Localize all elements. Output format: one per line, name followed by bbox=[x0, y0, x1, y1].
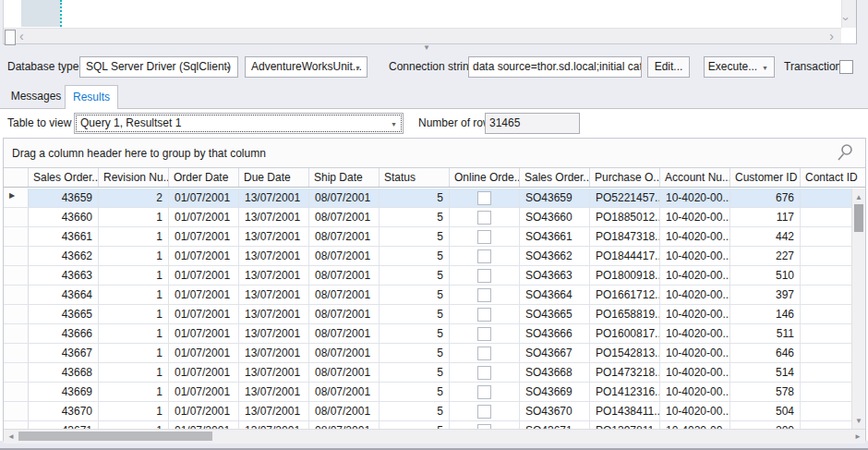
column-header[interactable]: Sales Order... bbox=[520, 168, 590, 187]
checkbox[interactable] bbox=[477, 327, 491, 341]
cell[interactable]: 43659 bbox=[29, 189, 99, 207]
cell[interactable]: 10-4020-00... bbox=[660, 227, 730, 246]
cell[interactable]: 13/07/2001 bbox=[239, 402, 309, 420]
column-header[interactable]: Customer ID bbox=[730, 168, 801, 187]
table-row[interactable]: 43662101/07/200113/07/200108/07/20015SO4… bbox=[4, 247, 865, 266]
cell[interactable]: SO43663 bbox=[520, 266, 590, 285]
cell[interactable]: PO1800918... bbox=[590, 266, 660, 285]
column-header[interactable]: Contact ID bbox=[801, 168, 865, 187]
cell[interactable]: 1 bbox=[99, 266, 169, 285]
cell[interactable]: 200 bbox=[730, 421, 801, 429]
checkbox[interactable] bbox=[477, 385, 491, 399]
checkbox[interactable] bbox=[477, 347, 491, 360]
cell[interactable]: 578 bbox=[730, 383, 801, 401]
edit-button[interactable]: Edit... bbox=[647, 56, 690, 78]
cell[interactable]: 10-4020-00... bbox=[660, 421, 730, 429]
chevron-right-icon[interactable]: › bbox=[829, 29, 834, 43]
table-row[interactable]: 43671101/07/200113/07/200108/07/20015SO4… bbox=[4, 421, 865, 429]
splitter[interactable]: ▼ bbox=[0, 44, 868, 54]
scroll-right-icon[interactable]: ► bbox=[854, 432, 862, 441]
table-row[interactable]: 43669101/07/200113/07/200108/07/20015SO4… bbox=[4, 383, 865, 402]
online-order-checkbox-cell[interactable] bbox=[450, 324, 520, 343]
cell[interactable]: 01/07/2001 bbox=[169, 383, 239, 401]
cell[interactable]: 10-4020-00... bbox=[660, 363, 730, 382]
checkbox[interactable] bbox=[477, 211, 491, 225]
cell[interactable]: 13/07/2001 bbox=[239, 247, 309, 265]
cell[interactable]: 01/07/2001 bbox=[169, 324, 239, 343]
row-header[interactable] bbox=[4, 402, 29, 420]
cell[interactable]: 01/07/2001 bbox=[169, 421, 239, 429]
cell[interactable]: 08/07/2001 bbox=[309, 266, 380, 285]
group-by-panel[interactable]: Drag a column header here to group by th… bbox=[4, 139, 865, 168]
cell[interactable]: 10-4020-00... bbox=[660, 189, 730, 207]
cell[interactable]: 117 bbox=[730, 208, 801, 226]
cell[interactable]: 13/07/2001 bbox=[239, 363, 309, 382]
cell[interactable]: 1 bbox=[99, 208, 169, 226]
cell[interactable]: 5 bbox=[380, 286, 450, 304]
cell[interactable]: 13/07/2001 bbox=[239, 227, 309, 246]
row-indicator-icon[interactable]: ▶ bbox=[4, 189, 29, 207]
cell[interactable]: SO43669 bbox=[520, 383, 590, 401]
cell[interactable]: 01/07/2001 bbox=[169, 208, 239, 226]
cell[interactable]: 5 bbox=[380, 208, 450, 226]
cell[interactable]: SO43664 bbox=[520, 286, 590, 304]
cell[interactable]: 08/07/2001 bbox=[309, 344, 380, 362]
cell[interactable]: 10-4020-00... bbox=[660, 324, 730, 343]
cell[interactable]: 13/07/2001 bbox=[239, 344, 309, 362]
cell[interactable]: 397 bbox=[730, 286, 801, 304]
cell[interactable]: PO1412316... bbox=[590, 383, 660, 401]
cell[interactable]: SO43659 bbox=[520, 189, 590, 207]
tab-results[interactable]: Results bbox=[65, 85, 118, 109]
cell[interactable]: 646 bbox=[730, 344, 801, 362]
cell[interactable]: 08/07/2001 bbox=[309, 421, 380, 429]
cell[interactable]: 08/07/2001 bbox=[309, 286, 380, 304]
online-order-checkbox-cell[interactable] bbox=[450, 227, 520, 246]
online-order-checkbox-cell[interactable] bbox=[450, 421, 520, 429]
connection-string-input[interactable]: data source=thor.sd.local;initial catalo bbox=[468, 56, 642, 78]
column-header[interactable]: Purchase O... bbox=[590, 168, 660, 187]
cell[interactable]: 5 bbox=[380, 363, 450, 382]
table-row[interactable]: 43666101/07/200113/07/200108/07/20015SO4… bbox=[4, 324, 865, 344]
cell[interactable]: 13/07/2001 bbox=[239, 189, 309, 207]
cell[interactable]: 08/07/2001 bbox=[309, 189, 380, 207]
cell[interactable]: 1 bbox=[99, 286, 169, 304]
cell[interactable]: 1 bbox=[99, 402, 169, 420]
cell[interactable]: 43669 bbox=[29, 383, 99, 401]
online-order-checkbox-cell[interactable] bbox=[450, 266, 520, 285]
cell[interactable]: 13/07/2001 bbox=[239, 286, 309, 304]
cell[interactable]: 10-4020-00... bbox=[660, 305, 730, 323]
online-order-checkbox-cell[interactable] bbox=[450, 402, 520, 420]
cell[interactable]: 43667 bbox=[29, 344, 99, 362]
cell[interactable]: 504 bbox=[730, 402, 801, 420]
cell[interactable]: SO43667 bbox=[520, 344, 590, 362]
cell[interactable]: SO43665 bbox=[520, 305, 590, 323]
checkbox[interactable] bbox=[477, 288, 491, 302]
cell[interactable]: PO1600817... bbox=[590, 324, 660, 343]
cell[interactable]: 10-4020-00... bbox=[660, 286, 730, 304]
online-order-checkbox-cell[interactable] bbox=[450, 305, 520, 323]
cell[interactable]: 511 bbox=[730, 324, 801, 343]
execute-button[interactable]: Execute... ▼ bbox=[704, 56, 775, 78]
cell[interactable]: 5 bbox=[380, 324, 450, 343]
cell[interactable]: PO1844417... bbox=[590, 247, 660, 265]
cell[interactable]: 43664 bbox=[29, 286, 99, 304]
cell[interactable]: SO43668 bbox=[520, 363, 590, 382]
cell[interactable]: 01/07/2001 bbox=[169, 402, 239, 420]
cell[interactable]: 2 bbox=[99, 189, 169, 207]
cell[interactable]: 5 bbox=[380, 247, 450, 265]
sql-editor[interactable]: › ‹ › bbox=[3, 0, 857, 44]
checkbox[interactable] bbox=[477, 308, 491, 322]
cell[interactable]: SO43666 bbox=[520, 324, 590, 343]
checkbox[interactable] bbox=[477, 230, 491, 244]
row-header[interactable] bbox=[4, 324, 29, 343]
cell[interactable]: 10-4020-00... bbox=[660, 402, 730, 420]
column-header[interactable]: Status bbox=[380, 168, 450, 187]
chevron-left-icon[interactable]: ‹ bbox=[19, 29, 24, 43]
row-header[interactable] bbox=[4, 266, 29, 285]
editor-vertical-scrollbar[interactable]: › bbox=[841, 0, 856, 28]
collapse-splitter-icon[interactable]: ▼ bbox=[423, 43, 430, 52]
vertical-scroll-thumb[interactable] bbox=[854, 204, 863, 232]
cell[interactable]: 01/07/2001 bbox=[169, 247, 239, 265]
cell[interactable]: 13/07/2001 bbox=[239, 266, 309, 285]
grid-horizontal-scrollbar[interactable]: ◄ ► bbox=[4, 429, 865, 444]
